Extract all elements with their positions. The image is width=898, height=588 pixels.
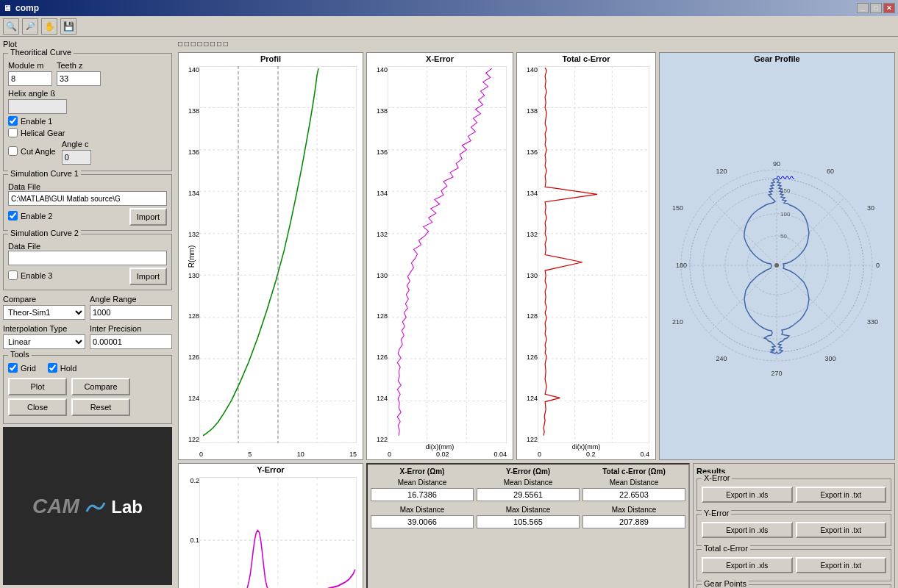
main-content: Plot Theoritical Curve Module m Teeth z … bbox=[0, 37, 898, 588]
maximize-btn[interactable]: □ bbox=[870, 3, 882, 13]
data-file2-input[interactable] bbox=[8, 251, 167, 265]
angle-c-label: Angle c bbox=[62, 140, 91, 148]
x-error-svg bbox=[388, 66, 507, 443]
compare-select[interactable]: Theor-Sim1 Theor-Sim2 bbox=[3, 305, 85, 320]
results-gear-points-title: Gear Points bbox=[702, 579, 749, 588]
theoretical-curve-group: Theoritical Curve Module m Teeth z Helix… bbox=[3, 53, 172, 171]
logo: CAM Lab bbox=[32, 495, 143, 518]
svg-text:180: 180 bbox=[676, 262, 687, 269]
x-error-export-txt[interactable]: Export in .txt bbox=[796, 487, 887, 503]
y-error-yticks: 00.10.2 bbox=[180, 477, 199, 588]
close-btn[interactable]: ✕ bbox=[883, 3, 895, 13]
save-icon[interactable]: 💾 bbox=[60, 18, 76, 35]
tools-group: Tools Grid Hold Plot Compare Close Reset bbox=[3, 355, 172, 424]
precision-input[interactable] bbox=[90, 334, 172, 349]
y-error-export-xls[interactable]: Export in .xls bbox=[702, 522, 793, 538]
left-panel: Plot Theoritical Curve Module m Teeth z … bbox=[0, 37, 175, 588]
svg-text:30: 30 bbox=[867, 204, 874, 212]
profil-xticks: 051015 bbox=[199, 451, 357, 458]
angle-range-input[interactable] bbox=[90, 305, 172, 320]
enable3-checkbox[interactable] bbox=[8, 270, 18, 280]
gear-profile-title: Gear Profile bbox=[660, 53, 894, 63]
import2-button[interactable]: Import bbox=[129, 268, 167, 285]
total-c-error-title: Total c-Error bbox=[517, 53, 655, 63]
profil-yticks: 122124126128130132134136138140 bbox=[180, 66, 199, 443]
data-file1-input[interactable] bbox=[8, 191, 167, 206]
teeth-label: Teeth z bbox=[57, 61, 101, 70]
total-c-error-svg bbox=[538, 66, 649, 443]
y-mean-value: 29.5561 bbox=[477, 488, 580, 501]
results-gear-points-group: Gear Points Export in .xls Export in .tx… bbox=[696, 584, 891, 588]
enable1-checkbox[interactable] bbox=[8, 116, 18, 126]
reset-button[interactable]: Reset bbox=[71, 398, 130, 416]
grid-checkbox[interactable] bbox=[8, 363, 18, 373]
results-total-error-group: Total c-Error Export in .xls Export in .… bbox=[696, 549, 891, 581]
helix-input[interactable] bbox=[8, 99, 67, 114]
y-max-value: 105.565 bbox=[477, 515, 580, 528]
svg-text:150: 150 bbox=[672, 204, 683, 212]
sim-curve1-group: Simulation Curve 1 Data File Enable 2 Im… bbox=[3, 174, 172, 231]
stats-box: X-Error (Ωm) Y-Error (Ωm) Total c-Error … bbox=[366, 463, 690, 588]
zoom-in-icon[interactable]: 🔎 bbox=[22, 18, 38, 35]
y-error-title: Y-Error bbox=[179, 464, 363, 474]
svg-text:60: 60 bbox=[827, 168, 834, 175]
x-error-export-xls[interactable]: Export in .xls bbox=[702, 487, 793, 503]
svg-text:100: 100 bbox=[780, 211, 791, 218]
angle-c-input[interactable] bbox=[62, 150, 91, 165]
svg-text:270: 270 bbox=[771, 370, 782, 377]
results-total-error-title: Total c-Error bbox=[702, 544, 750, 553]
tools-title: Tools bbox=[8, 350, 32, 359]
x-max-value: 39.0066 bbox=[371, 515, 474, 528]
total-error-export-txt[interactable]: Export in .txt bbox=[796, 557, 887, 573]
enable2-checkbox[interactable] bbox=[8, 211, 18, 220]
svg-text:90: 90 bbox=[773, 160, 780, 168]
svg-text:0: 0 bbox=[876, 262, 880, 269]
enable3-label: Enable 3 bbox=[21, 271, 52, 280]
pan-icon[interactable]: ✋ bbox=[41, 18, 57, 35]
svg-rect-16 bbox=[388, 66, 507, 443]
svg-point-54 bbox=[774, 263, 779, 268]
mean-label-2: Mean Distance bbox=[477, 478, 580, 487]
module-label: Module m bbox=[8, 61, 52, 70]
sim-curve2-title: Simulation Curve 2 bbox=[8, 229, 81, 237]
results-x-error-title: X-Error bbox=[702, 473, 732, 482]
total-c-error-yticks: 122124126128130132134136138140 bbox=[519, 66, 538, 443]
total-error-col-header: Total c-Error (Ωm) bbox=[582, 467, 685, 476]
results-y-error-title: Y-Error bbox=[702, 509, 731, 517]
hold-checkbox[interactable] bbox=[48, 363, 57, 373]
compare-button[interactable]: Compare bbox=[71, 378, 130, 395]
minimize-btn[interactable]: _ bbox=[857, 3, 869, 13]
gear-profile-svg: 90 60 30 0 330 300 270 240 210 180 150 1… bbox=[660, 63, 894, 456]
x-error-xticks: 00.020.04 bbox=[388, 451, 507, 458]
data-file1-label: Data File bbox=[8, 182, 40, 191]
helical-checkbox[interactable] bbox=[8, 128, 18, 137]
total-error-export-xls[interactable]: Export in .xls bbox=[702, 557, 793, 573]
teeth-input[interactable] bbox=[57, 71, 101, 86]
svg-text:210: 210 bbox=[672, 318, 683, 326]
zoom-out-icon[interactable]: 🔍 bbox=[3, 18, 19, 35]
toolbar: 🔍 🔎 ✋ 💾 bbox=[0, 16, 898, 37]
top-plots-row: Profil R(mm) bbox=[178, 52, 895, 460]
y-error-export-txt[interactable]: Export in .txt bbox=[796, 522, 887, 538]
window-title: comp bbox=[15, 3, 39, 13]
total-mean-value: 22.6503 bbox=[582, 488, 685, 501]
x-error-xlabel: di(x)(mm) bbox=[367, 443, 513, 451]
right-area: □ □ □ □ □ □ □ □ Profil R(mm) bbox=[175, 37, 898, 588]
svg-rect-28 bbox=[538, 66, 649, 443]
results-y-error-group: Y-Error Export in .xls Export in .txt bbox=[696, 514, 891, 546]
interp-label: Interpolation Type bbox=[3, 324, 85, 333]
x-error-col-header: X-Error (Ωm) bbox=[371, 467, 474, 476]
top-checkboxes: □ □ □ □ □ □ □ □ bbox=[178, 40, 895, 48]
close-button[interactable]: Close bbox=[8, 398, 67, 416]
total-max-value: 207.889 bbox=[582, 515, 685, 528]
sim-curve2-group: Simulation Curve 2 Data File Enable 3 Im… bbox=[3, 234, 172, 290]
compare-label: Compare bbox=[3, 295, 85, 304]
hold-label: Hold bbox=[60, 364, 77, 373]
plot-button[interactable]: Plot bbox=[8, 378, 67, 395]
data-file2-label: Data File bbox=[8, 242, 40, 251]
y-error-svg bbox=[199, 477, 357, 588]
module-input[interactable] bbox=[8, 71, 52, 86]
import1-button[interactable]: Import bbox=[129, 208, 167, 226]
cut-checkbox[interactable] bbox=[8, 146, 18, 156]
interpolation-select[interactable]: Linear Cubic bbox=[3, 334, 85, 349]
